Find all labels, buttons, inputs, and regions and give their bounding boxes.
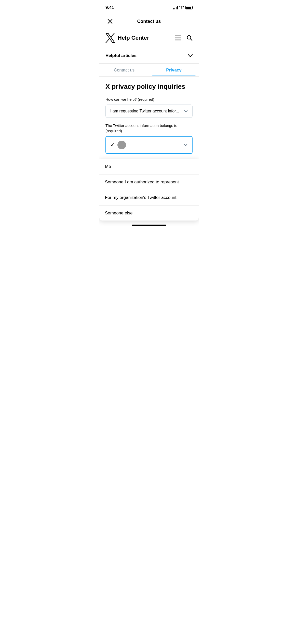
main-content: X privacy policy inquiries How can we he… (99, 77, 199, 154)
tab-privacy[interactable]: Privacy (149, 64, 199, 76)
close-button[interactable] (105, 17, 115, 26)
search-button[interactable] (186, 35, 193, 41)
tabs-container: Contact us Privacy (99, 64, 199, 77)
account-belongs-group: The Twitter account information belongs … (105, 123, 193, 154)
dropdown-options-list: Me Someone I am authorized to represent … (99, 159, 199, 221)
help-question-value: I am requesting Twitter account infor... (110, 109, 184, 113)
home-indicator (132, 225, 166, 226)
page-title: X privacy policy inquiries (105, 83, 193, 91)
svg-line-7 (191, 39, 192, 41)
wifi-icon (179, 6, 184, 9)
dropdown-item-authorized[interactable]: Someone I am authorized to represent (99, 174, 199, 190)
status-time: 9:41 (105, 5, 114, 10)
help-question-label: How can we help? (required) (105, 97, 193, 102)
menu-icon (175, 35, 181, 40)
signal-icon (173, 6, 178, 9)
search-icon (186, 35, 193, 41)
account-belongs-select[interactable]: ✓ (105, 136, 193, 154)
help-center-logo: Help Center (105, 33, 149, 43)
nav-title: Contact us (137, 19, 161, 24)
tab-contact[interactable]: Contact us (99, 64, 149, 76)
help-center-header: Help Center (99, 29, 199, 48)
nav-bar: Contact us (99, 14, 199, 29)
battery-icon (185, 6, 193, 9)
help-question-group: How can we help? (required) I am request… (105, 97, 193, 118)
status-bar: 9:41 (99, 0, 199, 14)
helpful-articles-section[interactable]: Helpful articles (99, 48, 199, 64)
close-icon (107, 19, 113, 24)
chevron-down-icon (184, 144, 187, 146)
chevron-down-icon (184, 110, 188, 112)
helpful-articles-label: Helpful articles (105, 53, 137, 58)
dropdown-item-organization[interactable]: For my organization's Twitter account (99, 190, 199, 206)
dropdown-menu: Me Someone I am authorized to represent … (99, 159, 199, 221)
status-icons (173, 6, 193, 9)
account-belongs-label: The Twitter account information belongs … (105, 123, 193, 134)
dropdown-item-someone-else[interactable]: Someone else (99, 206, 199, 221)
dropdown-item-me[interactable]: Me (99, 159, 199, 174)
menu-button[interactable] (175, 35, 181, 40)
svg-point-0 (181, 9, 182, 9)
checkmark-icon: ✓ (111, 142, 114, 148)
help-center-title: Help Center (118, 35, 149, 41)
header-icons (175, 35, 193, 41)
help-question-select[interactable]: I am requesting Twitter account infor... (105, 105, 193, 118)
chevron-down-icon (188, 54, 193, 57)
drag-handle (117, 141, 126, 149)
x-logo (105, 33, 115, 43)
